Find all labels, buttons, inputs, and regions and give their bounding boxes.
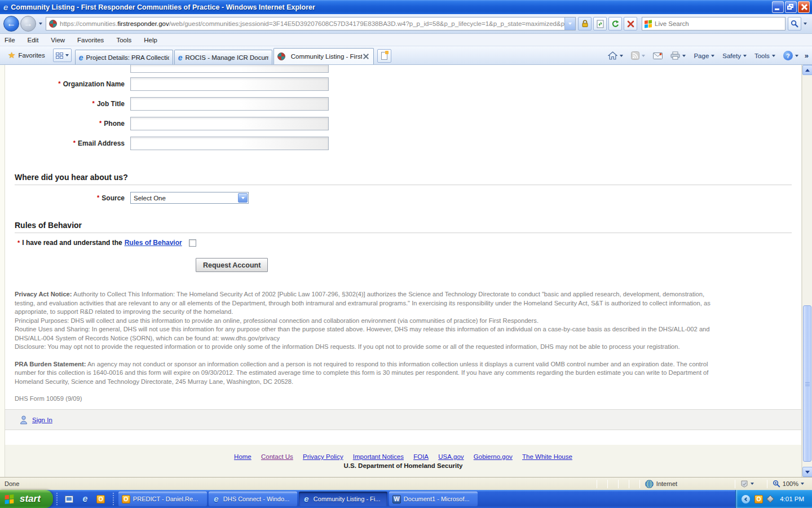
cutoff-field[interactable] (130, 65, 329, 73)
feeds-button[interactable] (628, 50, 648, 62)
zoom-control[interactable]: 100% (773, 480, 804, 488)
new-tab-button[interactable] (377, 49, 391, 63)
recent-pages-dropdown-icon[interactable] (39, 23, 42, 25)
tab-close-icon[interactable] (362, 52, 370, 60)
footer-link-important-notices[interactable]: Important Notices (353, 453, 404, 460)
back-button[interactable]: ← (3, 16, 19, 32)
tray-status-icon[interactable] (766, 495, 774, 503)
read-mail-button[interactable] (650, 51, 665, 61)
menu-favorites[interactable]: Favorites (77, 37, 104, 43)
chevron-down-icon (65, 54, 69, 56)
footer-link-gobierno-gov[interactable]: Gobierno.gov (474, 453, 513, 460)
footer-link-white-house[interactable]: The White House (522, 453, 572, 460)
select-dropdown-button[interactable] (238, 193, 248, 203)
request-account-button[interactable]: Request Account (196, 258, 268, 272)
address-field[interactable]: https://communities.firstresponder.gov/w… (46, 17, 576, 30)
window-titlebar: e Community Listing - First Responder Co… (0, 0, 812, 14)
quick-tabs-button[interactable] (53, 49, 72, 62)
start-button[interactable]: start (0, 490, 53, 508)
favorites-button[interactable]: ★ Favorites (3, 48, 50, 63)
source-select[interactable]: Select One (130, 192, 249, 204)
address-toolbar: ← → https://communities.firstresponder.g… (0, 14, 812, 34)
person-icon (20, 415, 28, 424)
search-options-dropdown[interactable] (801, 17, 809, 30)
tab-community-listing[interactable]: Community Listing - First ... (273, 48, 374, 64)
restore-button[interactable] (785, 1, 797, 13)
footer-link-usa-gov[interactable]: USA.gov (438, 453, 464, 460)
scrollbar-thumb[interactable] (803, 305, 811, 462)
hear-about-heading: Where did you hear about us? (15, 173, 801, 182)
window-title: Community Listing - First Responder Comm… (11, 3, 772, 11)
protected-mode-control[interactable] (740, 480, 754, 488)
live-search-box[interactable] (642, 17, 785, 30)
footer-link-home[interactable]: Home (234, 453, 251, 460)
scroll-down-button[interactable] (802, 467, 812, 477)
vertical-scrollbar[interactable] (802, 65, 812, 477)
rules-of-behavior-link[interactable]: Rules of Behavior (125, 239, 182, 247)
security-lock-button[interactable] (578, 17, 592, 30)
form-row-phone: *Phone (5, 117, 801, 130)
outlook-quick-launch-icon[interactable]: O (96, 494, 106, 504)
site-favicon-icon (49, 20, 57, 28)
task-dhs-connect[interactable]: e DHS Connect - Windo... (209, 492, 297, 506)
principal-purposes: Principal Purposes: DHS will collect and… (15, 317, 710, 326)
routine-uses: Routine Uses and Sharing: In general, DH… (15, 325, 710, 343)
compatibility-view-button[interactable] (593, 17, 607, 30)
chevron-down-icon (804, 23, 807, 25)
menu-help[interactable]: Help (144, 37, 157, 43)
system-tray: O 4:01 PM (735, 490, 812, 508)
close-button[interactable] (798, 1, 810, 13)
scroll-up-button[interactable] (802, 65, 812, 75)
safety-menu-button[interactable]: Safety (720, 51, 749, 61)
new-tab-icon (381, 52, 387, 60)
source-label: Source (102, 194, 125, 202)
ie-quick-launch-icon[interactable]: e (80, 494, 90, 504)
chevron-down-icon (620, 55, 623, 57)
refresh-button[interactable] (608, 17, 622, 30)
compatibility-view-icon (597, 20, 604, 28)
phone-field[interactable] (130, 117, 329, 130)
footer-link-privacy-policy[interactable]: Privacy Policy (303, 453, 343, 460)
tab-rocis[interactable]: e ROCIS - Manage ICR Docum... (174, 50, 272, 64)
stop-button[interactable] (624, 17, 637, 30)
search-icon (791, 20, 798, 28)
help-menu-button[interactable]: ? (780, 49, 801, 62)
minimize-button[interactable] (772, 1, 784, 13)
email-address-field[interactable] (130, 137, 329, 150)
disclosure: Disclosure: You may opt not to provide t… (15, 343, 710, 352)
address-dropdown-button[interactable] (564, 17, 575, 30)
task-predict[interactable]: O PREDICT - Daniel.Re... (118, 492, 207, 506)
zoom-level: 100% (783, 480, 798, 487)
rules-checkbox[interactable] (189, 239, 196, 247)
search-input[interactable] (655, 20, 783, 27)
home-button[interactable] (605, 50, 626, 62)
globe-icon (645, 480, 654, 488)
sign-in-link[interactable]: Sign In (32, 417, 52, 423)
task-community-listing[interactable]: e Community Listing - Fi... (299, 492, 387, 506)
footer-link-foia[interactable]: FOIA (413, 453, 429, 460)
organization-name-field[interactable] (130, 77, 329, 91)
tools-menu-button[interactable]: Tools (752, 51, 778, 61)
show-desktop-icon[interactable] (64, 494, 74, 504)
menu-view[interactable]: View (51, 37, 65, 43)
chevron-down-icon (805, 471, 810, 474)
tray-expand-button[interactable] (742, 495, 750, 503)
menu-edit[interactable]: Edit (28, 37, 39, 43)
job-title-field[interactable] (130, 97, 329, 111)
chevron-down-icon (795, 55, 798, 57)
task-document1[interactable]: W Document1 - Microsof... (389, 492, 478, 506)
menu-tools[interactable]: Tools (116, 37, 131, 43)
search-go-button[interactable] (788, 17, 801, 30)
job-title-label: Job Title (97, 100, 125, 108)
page-menu-button[interactable]: Page (691, 51, 717, 61)
form-row-organization: *Organization Name (5, 77, 801, 91)
forward-button[interactable]: → (20, 16, 36, 32)
footer-link-contact-us[interactable]: Contact Us (261, 453, 293, 460)
tab-project-details[interactable]: e Project Details: PRA Collectio... (75, 50, 173, 64)
chevron-down-icon (751, 483, 754, 485)
privacy-paragraph: Privacy Act Notice: Authority to Collect… (15, 290, 710, 317)
outlook-tray-icon[interactable]: O (754, 495, 763, 503)
more-commands-icon[interactable]: » (805, 51, 809, 60)
menu-file[interactable]: File (5, 37, 15, 43)
print-button[interactable] (668, 50, 689, 62)
